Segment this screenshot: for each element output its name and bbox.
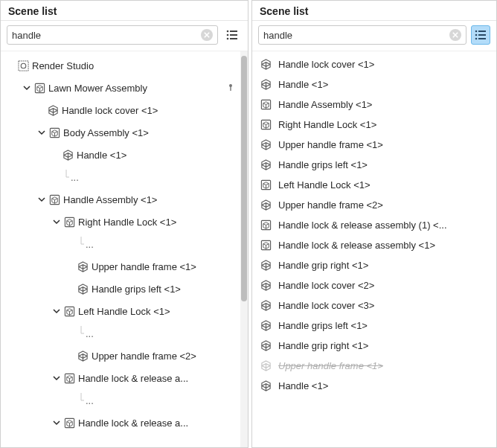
list-item-label: Handle grips left <1> — [278, 320, 368, 331]
tree-item[interactable]: Right Handle Lock <1> — [1, 211, 240, 233]
search-box[interactable] — [7, 25, 218, 45]
scrollbar[interactable] — [240, 51, 248, 447]
expand-collapse-icon[interactable] — [51, 373, 62, 383]
expand-collapse-icon[interactable] — [22, 83, 32, 93]
assembly-icon — [260, 179, 272, 191]
tree-content: Render StudioLawn Mower AssemblyHandle l… — [1, 51, 248, 447]
studio-icon — [17, 60, 29, 71]
list-item[interactable]: Handle grip right <1> — [252, 336, 496, 356]
tree-item[interactable]: Handle <1> — [1, 144, 240, 166]
tree-item[interactable]: Lawn Mower Assembly — [1, 77, 240, 99]
list-content: Handle lock cover <1>Handle <1>Handle As… — [252, 51, 496, 447]
tree-item-label: ... — [86, 239, 94, 250]
part-icon — [77, 283, 89, 295]
tree-item-label: Handle Assembly <1> — [63, 194, 157, 205]
part-icon — [77, 350, 89, 362]
clear-search-icon[interactable] — [201, 29, 213, 41]
clear-search-icon[interactable] — [449, 29, 461, 41]
part-icon — [260, 199, 272, 211]
panel-header: Scene list — [252, 1, 496, 21]
search-row — [1, 21, 248, 51]
assembly-icon — [260, 220, 272, 231]
list-item[interactable]: Upper handle frame <2> — [252, 195, 496, 215]
list-item[interactable]: Handle Assembly <1> — [252, 95, 496, 115]
part-icon — [260, 320, 272, 332]
flat-list-toggle[interactable] — [222, 25, 242, 45]
part-icon — [260, 300, 272, 312]
list-item[interactable]: Right Handle Lock <1> — [252, 115, 496, 135]
tree-connector-stub — [62, 166, 71, 188]
search-input[interactable] — [12, 30, 201, 41]
list-item[interactable]: Handle grips left <1> — [252, 316, 496, 336]
search-input[interactable] — [263, 30, 449, 41]
list-item-label: Right Handle Lock <1> — [278, 119, 376, 130]
tree-item[interactable]: Handle lock & release a... — [1, 412, 240, 434]
scrollbar-thumb[interactable] — [241, 56, 247, 301]
tree-item[interactable]: ... — [1, 233, 240, 255]
flat-list[interactable]: Handle lock cover <1>Handle <1>Handle As… — [252, 51, 496, 447]
tree-item[interactable]: ... — [1, 389, 240, 412]
tree-item[interactable]: Render Studio — [1, 54, 240, 77]
assembly-icon — [63, 216, 75, 228]
tree-item-label: Handle grips left <1> — [92, 284, 181, 295]
list-item-label: Handle grip right <1> — [278, 340, 368, 351]
list-item[interactable]: Handle lock cover <2> — [252, 275, 496, 295]
list-item[interactable]: Handle lock cover <1> — [252, 54, 496, 74]
expand-collapse-icon[interactable] — [51, 417, 62, 428]
list-item[interactable]: Upper handle frame <1> — [252, 135, 496, 155]
part-icon — [260, 360, 272, 372]
list-item[interactable]: Handle lock cover <3> — [252, 295, 496, 316]
list-item-label: Left Handle Lock <1> — [278, 179, 371, 191]
tree-item[interactable]: Upper handle frame <1> — [1, 255, 240, 278]
tree-item[interactable]: ... — [1, 322, 240, 345]
tree-item-label: Body Assembly <1> — [63, 127, 149, 138]
tree-item[interactable]: Handle grips left <1> — [1, 278, 240, 300]
tree-item[interactable]: Handle lock & release a... — [1, 367, 240, 389]
list-item-label: Upper handle frame <1> — [278, 139, 383, 150]
part-icon — [77, 260, 89, 272]
list-item[interactable]: Left Handle Lock <1> — [252, 175, 496, 195]
part-icon — [260, 59, 272, 71]
tree-item[interactable]: Handle lock cover <1> — [1, 99, 240, 121]
list-item-label: Handle <1> — [278, 79, 328, 90]
assembly-icon — [260, 99, 272, 111]
tree-item-label: Render Studio — [32, 60, 94, 71]
list-item[interactable]: Handle lock & release assembly <1> — [252, 235, 496, 255]
tree-item[interactable]: ... — [1, 166, 240, 188]
tree-item[interactable]: Left Handle Lock <1> — [1, 300, 240, 322]
list-item-label: Handle grips left <1> — [278, 159, 368, 170]
list-item[interactable]: Handle <1> — [252, 376, 496, 396]
tree-item[interactable]: Upper handle frame <2> — [1, 345, 240, 367]
list-item-label: Handle Assembly <1> — [278, 99, 372, 110]
list-item[interactable]: Handle grip right <1> — [252, 255, 496, 275]
assembly-icon — [48, 193, 60, 205]
assembly-icon — [48, 127, 60, 138]
scene-list-panel-left: Scene list Render StudioLawn Mower Assem… — [0, 0, 248, 448]
list-item[interactable]: Handle <1> — [252, 74, 496, 95]
list-item-label: Upper handle frame <1> — [278, 360, 383, 371]
tree-item-label: ... — [86, 395, 94, 406]
part-icon — [62, 149, 74, 161]
part-icon — [260, 340, 272, 352]
part-icon — [260, 79, 272, 91]
list-item[interactable]: Upper handle frame <1> — [252, 356, 496, 376]
tree-item-label: ... — [86, 328, 94, 339]
expand-collapse-icon[interactable] — [51, 217, 62, 227]
list-item[interactable]: Handle lock & release assembly (1) <... — [252, 215, 496, 235]
expand-collapse-icon[interactable] — [51, 306, 62, 316]
tree-item[interactable]: Body Assembly <1> — [1, 121, 240, 144]
tree-item-label: Handle lock cover <1> — [62, 105, 158, 116]
list-item[interactable]: Handle grips left <1> — [252, 155, 496, 175]
flat-list-toggle[interactable] — [471, 25, 490, 45]
tree-view[interactable]: Render StudioLawn Mower AssemblyHandle l… — [1, 51, 240, 447]
expand-collapse-icon[interactable] — [36, 127, 47, 138]
pin-icon[interactable] — [225, 83, 236, 93]
tree-item-label: Handle lock & release a... — [78, 417, 188, 429]
part-icon — [260, 159, 272, 171]
search-box[interactable] — [258, 25, 466, 45]
part-icon — [47, 104, 59, 116]
part-icon — [260, 280, 272, 292]
tree-item[interactable]: Handle Assembly <1> — [1, 188, 240, 211]
expand-collapse-icon[interactable] — [36, 194, 47, 205]
tree-item-label: Handle lock & release a... — [78, 373, 188, 384]
